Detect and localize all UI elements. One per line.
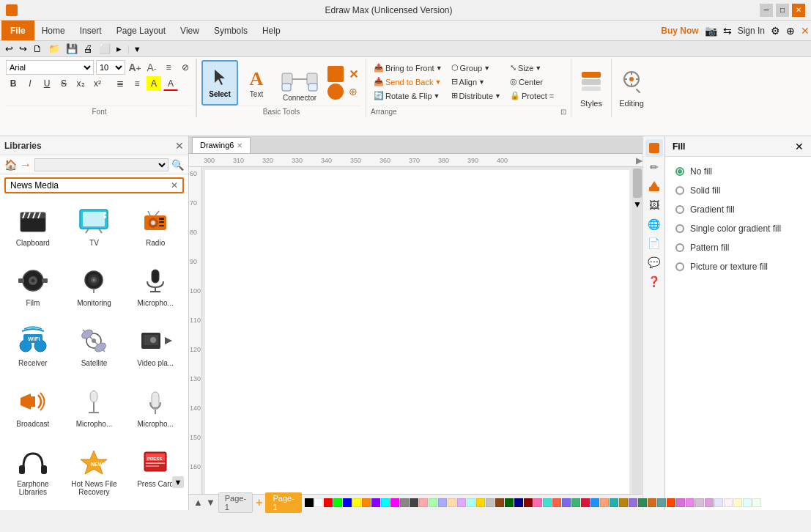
page-layout-menu[interactable]: Page Layout: [109, 23, 173, 39]
list-item[interactable]: Film: [3, 259, 63, 318]
superscript-button[interactable]: x²: [90, 76, 105, 91]
editing-panel[interactable]: Editing: [612, 59, 651, 117]
file-menu[interactable]: File: [1, 21, 34, 40]
picture-fill-option[interactable]: Picture or texture fill: [673, 259, 804, 274]
solid-fill-option[interactable]: Solid fill: [673, 183, 804, 198]
color-swatch[interactable]: [581, 498, 590, 507]
color-swatch[interactable]: [590, 498, 599, 507]
window-controls[interactable]: ─ □ ✕: [760, 4, 805, 17]
color-swatch[interactable]: [305, 498, 314, 507]
pencil-tool-button[interactable]: ✏: [645, 158, 663, 176]
color-swatch[interactable]: [562, 498, 571, 507]
drawing-tab[interactable]: Drawing6 ✕: [192, 137, 251, 153]
color-swatch[interactable]: [610, 498, 618, 507]
qa-play-icon[interactable]: ▸: [114, 43, 124, 54]
subscript-button[interactable]: x₂: [73, 76, 88, 91]
color-swatch[interactable]: [457, 498, 466, 507]
color-swatch[interactable]: [705, 498, 714, 507]
bold-button[interactable]: B: [6, 76, 21, 91]
color-swatch[interactable]: [486, 498, 495, 507]
color-swatch[interactable]: [686, 498, 695, 507]
color-button[interactable]: A: [163, 76, 178, 91]
list-item[interactable]: TV: [64, 199, 125, 258]
align-button2[interactable]: ⊟ Align ▼: [448, 75, 504, 88]
help-menu[interactable]: Help: [255, 23, 288, 39]
qa-undo-icon[interactable]: ↩: [3, 43, 15, 54]
no-fill-option[interactable]: No fill: [673, 164, 804, 179]
view-menu[interactable]: View: [173, 23, 207, 39]
doc-tool-button[interactable]: 📄: [645, 234, 663, 252]
help-tool-button[interactable]: ❓: [645, 273, 663, 290]
text-tool-button[interactable]: A Text: [241, 60, 272, 106]
qa-open-icon[interactable]: 📁: [46, 43, 62, 54]
clear-format-button[interactable]: ⊘: [178, 60, 193, 75]
color-swatch[interactable]: [648, 498, 656, 507]
active-page-tab[interactable]: Page-1: [265, 492, 301, 513]
send-to-back-button[interactable]: 📥 Send to Back ▼: [371, 75, 445, 88]
color-swatch[interactable]: [714, 498, 723, 507]
color-swatch[interactable]: [505, 498, 514, 507]
color-swatch[interactable]: [429, 498, 437, 507]
color-swatch[interactable]: [448, 498, 456, 507]
color-swatch[interactable]: [390, 498, 399, 507]
distribute-button[interactable]: ⊞ Distribute ▼: [448, 89, 504, 102]
list-item[interactable]: Micropho...: [64, 380, 125, 439]
vscrollbar-thumb[interactable]: [633, 169, 642, 198]
color-swatch[interactable]: [638, 498, 647, 507]
lib-home-button[interactable]: 🏠: [4, 159, 17, 171]
chat-tool-button[interactable]: 💬: [645, 254, 663, 271]
color-swatch[interactable]: [314, 498, 323, 507]
list-item[interactable]: NEWS Hot News File Recovery: [64, 440, 125, 507]
color-swatch[interactable]: [657, 498, 666, 507]
fill-tool-button[interactable]: [645, 139, 663, 157]
sign-in-button[interactable]: Sign In: [738, 26, 765, 36]
circle-shape-button[interactable]: [327, 84, 344, 100]
insert-menu[interactable]: Insert: [73, 23, 109, 39]
list-item[interactable]: Monitoring: [64, 259, 125, 318]
globe-tool-button[interactable]: 🌐: [645, 215, 663, 233]
center-button[interactable]: ◎ Center: [507, 75, 557, 88]
image-tool-button[interactable]: 🖼: [645, 196, 663, 214]
color-swatch[interactable]: [752, 498, 761, 507]
lib-search-button[interactable]: 🔍: [171, 159, 184, 171]
color-swatch[interactable]: [514, 498, 523, 507]
color-swatch[interactable]: [467, 498, 475, 507]
qa-redo-icon[interactable]: ↪: [17, 43, 29, 54]
qa-save-icon[interactable]: 💾: [64, 43, 80, 54]
highlight-button[interactable]: A: [147, 76, 161, 91]
adjust-shape-button[interactable]: ⊕: [345, 84, 361, 100]
color-swatch[interactable]: [524, 498, 533, 507]
styles-panel[interactable]: Styles: [571, 59, 612, 117]
color-swatch[interactable]: [381, 498, 390, 507]
tab-close-button[interactable]: ✕: [237, 141, 242, 149]
close-button[interactable]: ✕: [792, 4, 805, 17]
camera-icon[interactable]: 📷: [705, 25, 717, 37]
qa-new-icon[interactable]: 🗋: [31, 43, 45, 54]
color-swatch[interactable]: [333, 498, 342, 507]
list-item[interactable]: PRESS Press Card: [125, 440, 185, 507]
page-nav-up[interactable]: ▲: [193, 497, 203, 508]
rotate-flip-button[interactable]: 🔄 Rotate & Flip ▼: [371, 89, 445, 102]
close-menu-icon[interactable]: ✕: [801, 25, 810, 37]
connector-tool-button[interactable]: Connector: [275, 60, 325, 106]
page-nav-down[interactable]: ▼: [206, 497, 215, 508]
close-shape-button[interactable]: ✕: [345, 66, 361, 82]
lib-nav-select[interactable]: [34, 158, 169, 171]
list-item[interactable]: Radio: [125, 199, 185, 258]
minimize-button[interactable]: ─: [760, 4, 773, 17]
vscrollbar-down[interactable]: ▼: [632, 199, 642, 210]
color-swatch[interactable]: [419, 498, 428, 507]
libraries-close-button[interactable]: ✕: [175, 140, 184, 152]
underline-button[interactable]: U: [40, 76, 54, 91]
maximize-button[interactable]: □: [776, 4, 789, 17]
color-swatch[interactable]: [324, 498, 333, 507]
bring-to-front-button[interactable]: 📤 Bring to Front ▼: [371, 62, 445, 74]
list-item[interactable]: WiFi Receiver: [3, 319, 63, 378]
single-gradient-fill-option[interactable]: Single color gradient fill: [673, 221, 804, 236]
color-swatch[interactable]: [571, 498, 580, 507]
color-swatch[interactable]: [724, 498, 733, 507]
italic-button[interactable]: I: [23, 76, 37, 91]
share-icon[interactable]: ⇆: [723, 25, 732, 37]
color-swatch[interactable]: [533, 498, 542, 507]
arrange-expand-icon[interactable]: ⊡: [560, 108, 566, 116]
